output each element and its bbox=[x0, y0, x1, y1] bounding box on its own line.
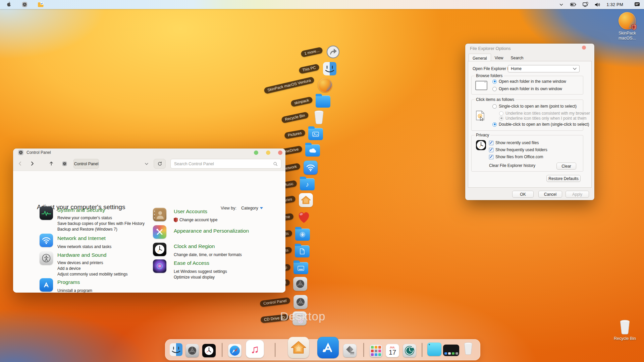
category-sublink[interactable]: Let Windows suggest settings bbox=[174, 269, 227, 274]
contacts-icon[interactable] bbox=[153, 208, 166, 221]
app-store-icon[interactable] bbox=[40, 278, 53, 292]
category-sublink-with-shield[interactable]: Change account type bbox=[174, 218, 217, 222]
up-button[interactable] bbox=[47, 159, 56, 168]
restore-defaults-button[interactable]: Restore Defaults bbox=[546, 175, 581, 182]
category-sublink[interactable]: Adjust commonly used mobility settings bbox=[57, 272, 127, 277]
category-sublink[interactable]: Review your computer's status bbox=[57, 216, 112, 220]
category-title-link[interactable]: Clock and Region bbox=[174, 243, 215, 249]
category-sublink[interactable]: Backup and Restore (Windows 7) bbox=[57, 227, 117, 232]
search-input[interactable] bbox=[174, 162, 273, 166]
category-sublink[interactable]: Save backup copies of your files with Fi… bbox=[57, 221, 145, 226]
apply-button[interactable]: Apply bbox=[566, 191, 589, 198]
desktop-icon-skinpack-shortcut[interactable]: SkinPack macOS... bbox=[614, 12, 640, 41]
clock-time[interactable]: 1:32 PM bbox=[606, 2, 623, 7]
desktop-icon-recycle-bin-corner[interactable]: Recycle Bin bbox=[613, 319, 637, 341]
tab-general[interactable]: General bbox=[469, 54, 491, 62]
tab-view[interactable]: View bbox=[491, 54, 507, 61]
dock-divider bbox=[363, 343, 364, 357]
category-title-link[interactable]: Ease of Access bbox=[174, 260, 209, 266]
desktop-icon-recycle-bin[interactable]: Recycle Bin bbox=[281, 109, 326, 125]
notifications-icon[interactable] bbox=[634, 2, 640, 8]
display-icon[interactable] bbox=[582, 2, 588, 8]
desktop-icon-1-more[interactable]: 1 more... bbox=[301, 44, 340, 60]
view-by-dropdown[interactable]: Category bbox=[241, 206, 263, 210]
dock-launchpad-icon[interactable] bbox=[370, 345, 382, 357]
dock-boot-camp-icon[interactable] bbox=[343, 344, 357, 357]
dock-music-icon[interactable]: ♫ bbox=[246, 340, 264, 358]
dock-dock-settings-icon[interactable] bbox=[443, 345, 459, 356]
dock-clock-icon[interactable] bbox=[202, 344, 216, 357]
check-office-files[interactable]: Show files from Office.com bbox=[489, 155, 543, 159]
desktop-icon-control-panel-2[interactable]: Control Panel bbox=[260, 294, 308, 310]
volume-icon[interactable] bbox=[594, 2, 600, 8]
clock-icon[interactable] bbox=[153, 243, 166, 256]
open-explorer-dropdown[interactable]: Home bbox=[508, 65, 580, 72]
radio-double-click[interactable]: Double-click to open an item (single-cli… bbox=[492, 122, 589, 127]
battery-icon[interactable] bbox=[570, 2, 576, 8]
category-title-link[interactable]: User Accounts bbox=[174, 208, 207, 215]
dock-safari-icon[interactable] bbox=[228, 344, 241, 357]
desktop-watermark: Desktop bbox=[280, 310, 325, 323]
folder-pictures-icon bbox=[308, 127, 323, 141]
radio-underline-point[interactable]: Underline icon titles only when I point … bbox=[499, 116, 586, 121]
address-dropdown-chevron-icon[interactable] bbox=[145, 161, 149, 167]
apple-menu-icon[interactable] bbox=[5, 2, 11, 8]
heart-icon bbox=[297, 210, 311, 225]
breadcrumb[interactable]: Control Panel bbox=[73, 159, 99, 169]
accessibility-icon[interactable] bbox=[40, 251, 53, 265]
category-title-link[interactable]: Appearance and Personalization bbox=[174, 228, 249, 234]
category-title-link[interactable]: Network and Internet bbox=[57, 235, 106, 241]
check-recently-used[interactable]: Show recently used files bbox=[489, 140, 539, 145]
category-sublink[interactable]: Add a device bbox=[57, 266, 80, 271]
dock-trash-icon[interactable] bbox=[463, 342, 474, 357]
tab-search[interactable]: Search bbox=[507, 54, 527, 61]
radio-same-window[interactable]: Open each folder in the same window bbox=[492, 79, 566, 84]
clear-button[interactable]: Clear bbox=[556, 163, 576, 170]
icon-label: skinpack bbox=[290, 96, 313, 107]
dock-home-icon[interactable] bbox=[288, 337, 309, 358]
category-title-link[interactable]: System and Security bbox=[57, 207, 105, 213]
desktop-icon-skinpack-folder[interactable]: skinpack bbox=[291, 94, 330, 110]
activity-monitor-icon[interactable] bbox=[40, 206, 53, 220]
category-sublink[interactable]: Optimize visual display bbox=[174, 275, 215, 280]
finder-icon bbox=[322, 61, 337, 76]
back-button[interactable] bbox=[16, 159, 24, 168]
dock-app-store-icon[interactable] bbox=[317, 337, 339, 358]
files-menu-icon[interactable] bbox=[38, 2, 44, 8]
dock-system-preferences-icon[interactable] bbox=[185, 344, 199, 357]
desktop-icon-skinpack-ventura[interactable]: SkinPack macOS Ventura bbox=[264, 77, 332, 93]
category-sublink[interactable]: Uninstall a program bbox=[57, 288, 92, 293]
cancel-button[interactable]: Cancel bbox=[538, 191, 562, 198]
system-preferences-menu-icon[interactable] bbox=[21, 2, 28, 8]
forward-button[interactable] bbox=[28, 159, 37, 168]
radio-underline-browser[interactable]: Underline icon titles consistent with my… bbox=[499, 111, 590, 116]
radio-single-click[interactable]: Single-click to open an item (point to s… bbox=[492, 104, 577, 109]
category-title-link[interactable]: Hardware and Sound bbox=[57, 252, 107, 258]
control-panel-titlebar[interactable]: Control Panel bbox=[13, 148, 285, 157]
dialog-close-button[interactable] bbox=[582, 46, 586, 50]
maximize-button[interactable] bbox=[266, 150, 270, 155]
category-sublink[interactable]: Change date, time, or number formats bbox=[174, 252, 242, 257]
dock-time-machine-icon[interactable] bbox=[403, 344, 416, 357]
radio-icon bbox=[499, 116, 503, 121]
desktop-icon-pictures[interactable]: Pictures bbox=[284, 126, 323, 142]
category-sublink[interactable]: View devices and printers bbox=[57, 260, 103, 265]
check-frequently-used[interactable]: Show frequently used folders bbox=[489, 147, 547, 152]
refresh-button[interactable] bbox=[154, 159, 166, 169]
dock-divider bbox=[422, 343, 422, 357]
minimize-button[interactable] bbox=[254, 150, 258, 155]
wifi-icon[interactable] bbox=[40, 234, 53, 247]
hidden-icons-chevron-icon[interactable] bbox=[558, 2, 564, 8]
close-button[interactable] bbox=[278, 150, 282, 155]
radio-own-window[interactable]: Open each folder in its own window bbox=[492, 86, 562, 91]
category-title-link[interactable]: Programs bbox=[57, 279, 80, 285]
dock-calendar-icon[interactable]: JUL17 bbox=[386, 344, 399, 357]
ok-button[interactable]: OK bbox=[512, 191, 534, 198]
siri-icon[interactable] bbox=[153, 259, 166, 273]
dock-notes-icon[interactable] bbox=[427, 343, 441, 356]
dock-finder-icon[interactable] bbox=[170, 343, 182, 357]
tools-icon[interactable] bbox=[153, 225, 166, 239]
desktop-icon-this-pc[interactable]: This PC bbox=[299, 61, 337, 77]
category-sublink[interactable]: View network status and tasks bbox=[57, 244, 111, 249]
click-pointer-icon bbox=[476, 111, 486, 122]
